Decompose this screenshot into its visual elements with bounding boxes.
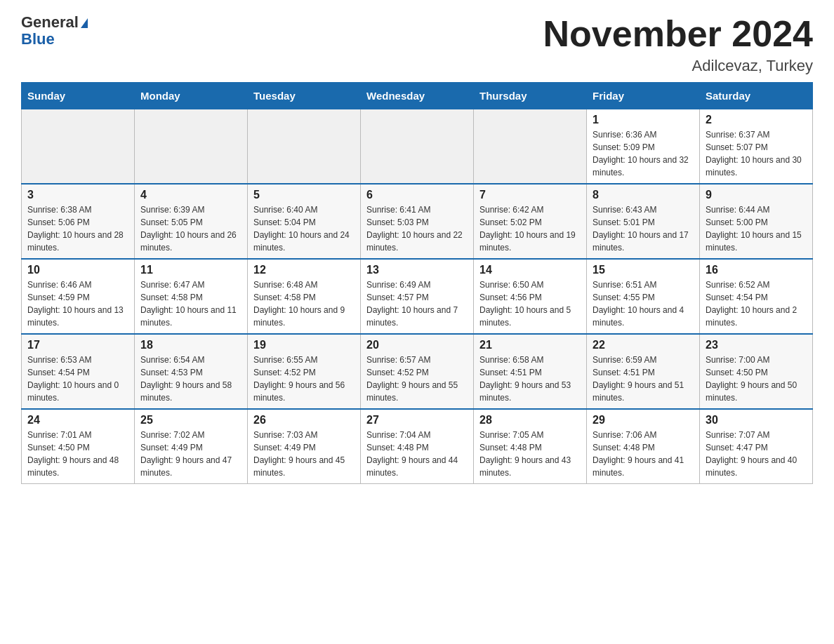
calendar-cell: 13Sunrise: 6:49 AMSunset: 4:57 PMDayligh… [361, 259, 474, 334]
calendar-cell [248, 109, 361, 185]
calendar-week-row: 17Sunrise: 6:53 AMSunset: 4:54 PMDayligh… [22, 334, 813, 409]
day-number: 26 [253, 414, 355, 427]
day-number: 13 [366, 264, 468, 276]
day-info: Sunrise: 7:07 AMSunset: 4:47 PMDaylight:… [706, 429, 807, 479]
day-number: 2 [706, 114, 807, 126]
day-number: 22 [593, 339, 694, 351]
day-number: 14 [479, 264, 581, 276]
day-number: 5 [253, 189, 355, 201]
calendar-cell: 6Sunrise: 6:41 AMSunset: 5:03 PMDaylight… [361, 184, 474, 259]
day-info: Sunrise: 6:36 AMSunset: 5:09 PMDaylight:… [593, 128, 694, 179]
day-number: 29 [593, 414, 694, 427]
day-number: 20 [366, 339, 468, 351]
day-info: Sunrise: 6:40 AMSunset: 5:04 PMDaylight:… [253, 203, 355, 254]
logo: General Blue [21, 14, 88, 48]
day-info: Sunrise: 6:37 AMSunset: 5:07 PMDaylight:… [706, 128, 807, 179]
calendar-cell: 21Sunrise: 6:58 AMSunset: 4:51 PMDayligh… [474, 334, 587, 409]
day-number: 30 [706, 414, 807, 427]
calendar-week-row: 1Sunrise: 6:36 AMSunset: 5:09 PMDaylight… [22, 109, 813, 185]
calendar-cell: 22Sunrise: 6:59 AMSunset: 4:51 PMDayligh… [587, 334, 700, 409]
location: Adilcevaz, Turkey [543, 57, 813, 75]
day-number: 19 [253, 339, 355, 351]
day-info: Sunrise: 6:53 AMSunset: 4:54 PMDaylight:… [27, 354, 128, 404]
day-info: Sunrise: 6:46 AMSunset: 4:59 PMDaylight:… [27, 279, 128, 329]
day-number: 23 [706, 339, 807, 351]
day-info: Sunrise: 6:39 AMSunset: 5:05 PMDaylight:… [140, 203, 241, 254]
day-number: 12 [253, 264, 355, 276]
day-number: 25 [140, 414, 241, 427]
day-info: Sunrise: 6:43 AMSunset: 5:01 PMDaylight:… [593, 203, 694, 254]
day-number: 9 [706, 189, 807, 201]
day-info: Sunrise: 6:57 AMSunset: 4:52 PMDaylight:… [366, 354, 468, 404]
day-info: Sunrise: 6:50 AMSunset: 4:56 PMDaylight:… [479, 279, 581, 329]
calendar-week-row: 3Sunrise: 6:38 AMSunset: 5:06 PMDaylight… [22, 184, 813, 259]
day-number: 15 [593, 264, 694, 276]
day-info: Sunrise: 6:44 AMSunset: 5:00 PMDaylight:… [706, 203, 807, 254]
day-info: Sunrise: 7:05 AMSunset: 4:48 PMDaylight:… [479, 429, 581, 479]
calendar-cell: 10Sunrise: 6:46 AMSunset: 4:59 PMDayligh… [22, 259, 135, 334]
calendar-cell [22, 109, 135, 185]
day-info: Sunrise: 6:49 AMSunset: 4:57 PMDaylight:… [366, 279, 468, 329]
logo-general-text: General [21, 13, 79, 31]
weekday-header-friday: Friday [587, 83, 700, 109]
calendar-cell: 23Sunrise: 7:00 AMSunset: 4:50 PMDayligh… [700, 334, 813, 409]
title-block: November 2024 Adilcevaz, Turkey [543, 14, 813, 75]
calendar-cell: 15Sunrise: 6:51 AMSunset: 4:55 PMDayligh… [587, 259, 700, 334]
day-number: 3 [27, 189, 128, 201]
calendar-cell: 7Sunrise: 6:42 AMSunset: 5:02 PMDaylight… [474, 184, 587, 259]
calendar-cell: 9Sunrise: 6:44 AMSunset: 5:00 PMDaylight… [700, 184, 813, 259]
calendar-cell: 25Sunrise: 7:02 AMSunset: 4:49 PMDayligh… [135, 409, 248, 484]
day-number: 7 [479, 189, 581, 201]
calendar-cell: 19Sunrise: 6:55 AMSunset: 4:52 PMDayligh… [248, 334, 361, 409]
day-number: 24 [27, 414, 128, 427]
day-number: 11 [140, 264, 241, 276]
day-info: Sunrise: 7:01 AMSunset: 4:50 PMDaylight:… [27, 429, 128, 479]
day-info: Sunrise: 7:02 AMSunset: 4:49 PMDaylight:… [140, 429, 241, 479]
calendar-cell: 20Sunrise: 6:57 AMSunset: 4:52 PMDayligh… [361, 334, 474, 409]
day-info: Sunrise: 6:47 AMSunset: 4:58 PMDaylight:… [140, 279, 241, 329]
month-title: November 2024 [543, 14, 813, 54]
day-number: 6 [366, 189, 468, 201]
calendar-cell: 8Sunrise: 6:43 AMSunset: 5:01 PMDaylight… [587, 184, 700, 259]
calendar-cell: 11Sunrise: 6:47 AMSunset: 4:58 PMDayligh… [135, 259, 248, 334]
calendar-cell [135, 109, 248, 185]
day-info: Sunrise: 6:55 AMSunset: 4:52 PMDaylight:… [253, 354, 355, 404]
day-info: Sunrise: 6:58 AMSunset: 4:51 PMDaylight:… [479, 354, 581, 404]
calendar-cell: 24Sunrise: 7:01 AMSunset: 4:50 PMDayligh… [22, 409, 135, 484]
day-info: Sunrise: 7:04 AMSunset: 4:48 PMDaylight:… [366, 429, 468, 479]
calendar-header-row: SundayMondayTuesdayWednesdayThursdayFrid… [22, 83, 813, 109]
calendar-week-row: 10Sunrise: 6:46 AMSunset: 4:59 PMDayligh… [22, 259, 813, 334]
calendar-table: SundayMondayTuesdayWednesdayThursdayFrid… [21, 82, 813, 484]
calendar-cell: 17Sunrise: 6:53 AMSunset: 4:54 PMDayligh… [22, 334, 135, 409]
day-info: Sunrise: 6:51 AMSunset: 4:55 PMDaylight:… [593, 279, 694, 329]
day-info: Sunrise: 6:59 AMSunset: 4:51 PMDaylight:… [593, 354, 694, 404]
calendar-cell: 18Sunrise: 6:54 AMSunset: 4:53 PMDayligh… [135, 334, 248, 409]
calendar-cell: 12Sunrise: 6:48 AMSunset: 4:58 PMDayligh… [248, 259, 361, 334]
day-info: Sunrise: 6:38 AMSunset: 5:06 PMDaylight:… [27, 203, 128, 254]
weekday-header-monday: Monday [135, 83, 248, 109]
day-info: Sunrise: 6:48 AMSunset: 4:58 PMDaylight:… [253, 279, 355, 329]
calendar-cell: 28Sunrise: 7:05 AMSunset: 4:48 PMDayligh… [474, 409, 587, 484]
day-number: 28 [479, 414, 581, 427]
page-header: General Blue November 2024 Adilcevaz, Tu… [21, 14, 813, 75]
calendar-cell [361, 109, 474, 185]
calendar-cell: 30Sunrise: 7:07 AMSunset: 4:47 PMDayligh… [700, 409, 813, 484]
weekday-header-wednesday: Wednesday [361, 83, 474, 109]
day-number: 1 [593, 114, 694, 126]
day-info: Sunrise: 6:41 AMSunset: 5:03 PMDaylight:… [366, 203, 468, 254]
calendar-cell: 26Sunrise: 7:03 AMSunset: 4:49 PMDayligh… [248, 409, 361, 484]
day-number: 18 [140, 339, 241, 351]
day-number: 27 [366, 414, 468, 427]
logo-blue-text: Blue [21, 31, 88, 48]
day-info: Sunrise: 7:03 AMSunset: 4:49 PMDaylight:… [253, 429, 355, 479]
day-info: Sunrise: 6:52 AMSunset: 4:54 PMDaylight:… [706, 279, 807, 329]
day-number: 21 [479, 339, 581, 351]
calendar-cell: 5Sunrise: 6:40 AMSunset: 5:04 PMDaylight… [248, 184, 361, 259]
calendar-cell: 16Sunrise: 6:52 AMSunset: 4:54 PMDayligh… [700, 259, 813, 334]
calendar-cell: 4Sunrise: 6:39 AMSunset: 5:05 PMDaylight… [135, 184, 248, 259]
day-info: Sunrise: 6:42 AMSunset: 5:02 PMDaylight:… [479, 203, 581, 254]
day-number: 17 [27, 339, 128, 351]
calendar-cell: 1Sunrise: 6:36 AMSunset: 5:09 PMDaylight… [587, 109, 700, 185]
weekday-header-thursday: Thursday [474, 83, 587, 109]
weekday-header-saturday: Saturday [700, 83, 813, 109]
